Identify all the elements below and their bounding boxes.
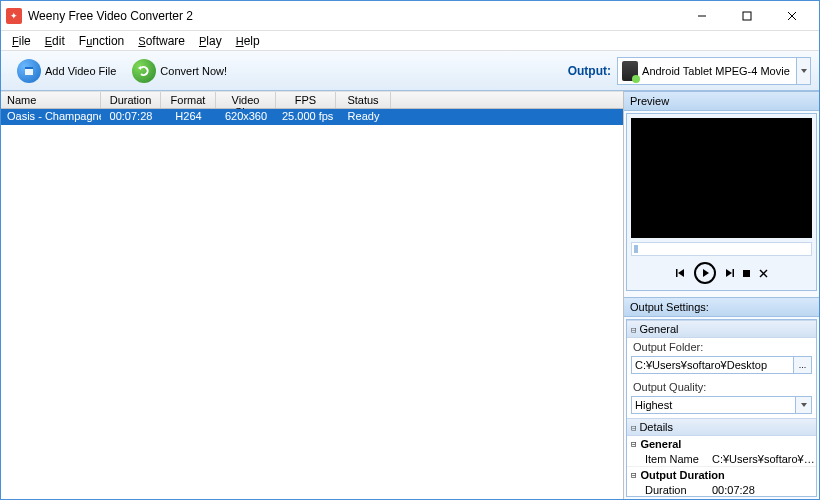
header-size[interactable]: Video Size — [216, 92, 276, 108]
next-button[interactable] — [724, 268, 734, 278]
stop-button[interactable] — [742, 269, 751, 278]
svg-rect-5 — [25, 67, 33, 69]
close-button[interactable] — [769, 2, 814, 30]
cell-size: 620x360 — [216, 109, 276, 125]
quality-dropdown[interactable] — [796, 396, 812, 414]
chevron-down-icon — [801, 69, 807, 73]
svg-rect-7 — [676, 269, 678, 277]
grid-header: Name Duration Format Video Size FPS Stat… — [1, 91, 623, 109]
header-duration[interactable]: Duration — [101, 92, 161, 108]
file-list-pane: Name Duration Format Video Size FPS Stat… — [1, 91, 624, 499]
cell-fps: 25.000 fps — [276, 109, 336, 125]
cell-status: Ready — [336, 109, 391, 125]
section-general[interactable]: ⊟General — [627, 320, 816, 338]
window-title: Weeny Free Video Converter 2 — [28, 9, 679, 23]
svg-rect-11 — [732, 269, 734, 277]
menu-software[interactable]: Software — [131, 32, 192, 50]
output-quality-select[interactable] — [631, 396, 796, 414]
preview-header: Preview — [624, 91, 819, 111]
section-details[interactable]: ⊟Details — [627, 418, 816, 436]
convert-now-button[interactable]: Convert Now! — [124, 55, 235, 87]
right-panel: Preview Output Settings: ⊟General Output… — [624, 91, 819, 499]
cell-format: H264 — [161, 109, 216, 125]
svg-marker-9 — [703, 269, 709, 277]
menu-bar: File Edit Function Software Play Help — [1, 31, 819, 51]
menu-play[interactable]: Play — [192, 32, 229, 50]
output-profile-text: Android Tablet MPEG-4 Movie (*.mp4) — [642, 65, 792, 77]
application-window: ✦ Weeny Free Video Converter 2 File Edit… — [0, 0, 820, 500]
toolbar: Add Video File Convert Now! Output: Andr… — [1, 51, 819, 91]
sub-output-duration[interactable]: ⊟Output Duration — [627, 467, 816, 483]
refresh-icon — [132, 59, 156, 83]
output-profile-dropdown[interactable] — [797, 57, 811, 85]
prev-button[interactable] — [676, 268, 686, 278]
convert-now-label: Convert Now! — [160, 65, 227, 77]
tablet-icon — [622, 61, 638, 81]
browse-button[interactable]: ... — [794, 356, 812, 374]
svg-rect-12 — [743, 270, 750, 277]
preview-screen — [631, 118, 812, 238]
chevron-down-icon — [801, 403, 807, 407]
svg-marker-8 — [678, 269, 684, 277]
output-folder-input[interactable] — [631, 356, 794, 374]
menu-edit[interactable]: Edit — [38, 32, 72, 50]
close-preview-button[interactable] — [759, 269, 768, 278]
preview-box — [626, 113, 817, 291]
output-settings-body: ⊟General Output Folder: ... Output Quali… — [626, 319, 817, 497]
title-bar: ✦ Weeny Free Video Converter 2 — [1, 1, 819, 31]
menu-help[interactable]: Help — [229, 32, 267, 50]
header-format[interactable]: Format — [161, 92, 216, 108]
app-icon: ✦ — [6, 8, 22, 24]
output-quality-label: Output Quality: — [627, 378, 816, 396]
row-duration[interactable]: Duration00:07:28 — [627, 483, 816, 497]
output-folder-label: Output Folder: — [627, 338, 816, 356]
add-video-label: Add Video File — [45, 65, 116, 77]
add-video-button[interactable]: Add Video File — [9, 55, 124, 87]
row-item-name[interactable]: Item NameC:¥Users¥softaro¥D... — [627, 452, 816, 467]
svg-marker-6 — [138, 66, 141, 70]
header-fps[interactable]: FPS — [276, 92, 336, 108]
minimize-button[interactable] — [679, 2, 724, 30]
output-settings-header: Output Settings: — [624, 297, 819, 317]
menu-function[interactable]: Function — [72, 32, 132, 50]
playback-controls — [631, 256, 812, 286]
film-icon — [17, 59, 41, 83]
play-button[interactable] — [694, 262, 716, 284]
header-status[interactable]: Status — [336, 92, 391, 108]
maximize-button[interactable] — [724, 2, 769, 30]
table-row[interactable]: Oasis - Champagne... 00:07:28 H264 620x3… — [1, 109, 623, 125]
sub-general[interactable]: ⊟General — [627, 436, 816, 452]
cell-duration: 00:07:28 — [101, 109, 161, 125]
svg-rect-1 — [743, 12, 751, 20]
seek-slider[interactable] — [631, 242, 812, 256]
header-name[interactable]: Name — [1, 92, 101, 108]
output-profile-select[interactable]: Android Tablet MPEG-4 Movie (*.mp4) — [617, 57, 797, 85]
svg-marker-10 — [726, 269, 732, 277]
cell-name: Oasis - Champagne... — [1, 109, 101, 125]
output-label: Output: — [568, 64, 611, 78]
menu-file[interactable]: File — [5, 32, 38, 50]
